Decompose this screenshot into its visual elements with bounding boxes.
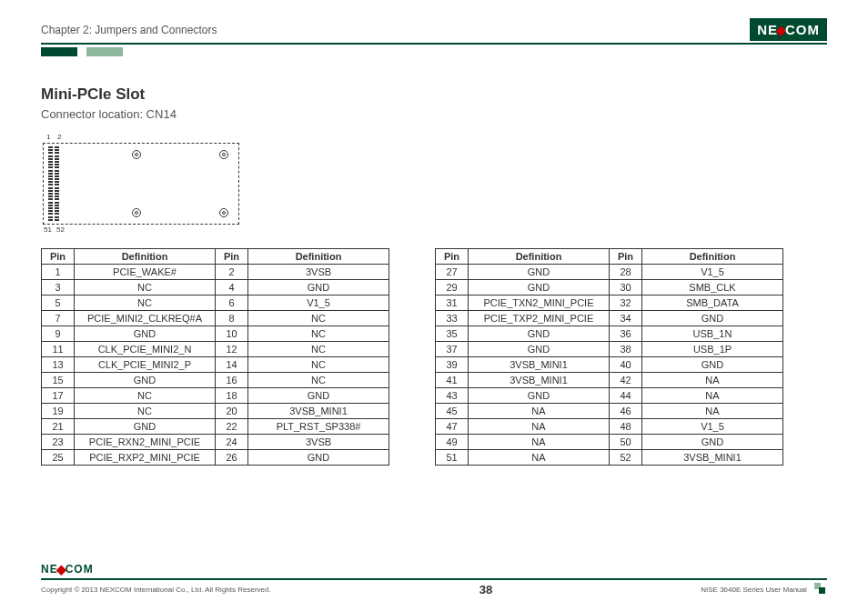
cell-def: NC bbox=[75, 404, 216, 419]
cell-def: USB_1P bbox=[642, 342, 783, 357]
cell-pin: 45 bbox=[436, 404, 469, 419]
cell-def: NA bbox=[642, 388, 783, 404]
logo-text-right: COM bbox=[785, 22, 820, 37]
table-row: 413VSB_MINI142NA bbox=[436, 373, 783, 388]
cell-pin: 13 bbox=[42, 357, 75, 373]
pin-table-right: Pin Definition Pin Definition 27GND28V1_… bbox=[435, 248, 783, 466]
th-pin: Pin bbox=[216, 249, 248, 265]
table-row: 23PCIE_RXN2_MINI_PCIE243VSB bbox=[42, 435, 389, 450]
table-row: 29GND30SMB_CLK bbox=[436, 280, 783, 295]
table-row: 19NC203VSB_MINI1 bbox=[42, 404, 389, 419]
cell-def: SMB_DATA bbox=[642, 295, 783, 311]
cell-pin: 46 bbox=[610, 404, 642, 419]
footer-logo-right: COM bbox=[66, 563, 94, 576]
pin-rows bbox=[48, 146, 61, 221]
table-row: 47NA48V1_5 bbox=[436, 419, 783, 435]
table-row: 51NA523VSB_MINI1 bbox=[436, 450, 783, 466]
cell-def: 3VSB_MINI1 bbox=[469, 357, 610, 373]
cell-pin: 37 bbox=[436, 342, 469, 357]
cell-pin: 28 bbox=[610, 265, 642, 280]
cell-def: NC bbox=[248, 311, 389, 326]
cell-pin: 27 bbox=[436, 265, 469, 280]
cell-def: USB_1N bbox=[642, 326, 783, 342]
th-pin: Pin bbox=[42, 249, 75, 265]
th-def: Definition bbox=[75, 249, 216, 265]
cell-def: PCIE_TXP2_MINI_PCIE bbox=[469, 311, 610, 326]
table-row: 31PCIE_TXN2_MINI_PCIE32SMB_DATA bbox=[436, 295, 783, 311]
cell-pin: 32 bbox=[610, 295, 642, 311]
cell-pin: 31 bbox=[436, 295, 469, 311]
table-row: 1PCIE_WAKE#23VSB bbox=[42, 265, 389, 280]
cell-def: PCIE_TXN2_MINI_PCIE bbox=[469, 295, 610, 311]
table-row: 45NA46NA bbox=[436, 404, 783, 419]
cell-def: V1_5 bbox=[642, 265, 783, 280]
cell-def: GND bbox=[75, 326, 216, 342]
cell-pin: 39 bbox=[436, 357, 469, 373]
cell-def: NC bbox=[248, 357, 389, 373]
cell-def: NC bbox=[248, 373, 389, 388]
cell-def: NC bbox=[75, 388, 216, 404]
header-rule bbox=[41, 43, 827, 45]
page-number: 38 bbox=[479, 583, 492, 596]
logo-text-left: NE bbox=[757, 22, 778, 37]
cell-def: NA bbox=[469, 450, 610, 466]
cell-def: GND bbox=[469, 326, 610, 342]
table-row: 37GND38USB_1P bbox=[436, 342, 783, 357]
th-def: Definition bbox=[469, 249, 610, 265]
table-row: 27GND28V1_5 bbox=[436, 265, 783, 280]
chapter-title: Chapter 2: Jumpers and Connectors bbox=[41, 24, 217, 36]
cell-pin: 43 bbox=[436, 388, 469, 404]
cell-pin: 20 bbox=[216, 404, 248, 419]
cell-pin: 38 bbox=[610, 342, 642, 357]
table-row: 15GND16NC bbox=[42, 373, 389, 388]
cell-def: NC bbox=[248, 326, 389, 342]
cell-def: GND bbox=[248, 280, 389, 295]
cell-pin: 36 bbox=[610, 326, 642, 342]
table-row: 393VSB_MINI140GND bbox=[436, 357, 783, 373]
cell-def: 3VSB bbox=[248, 265, 389, 280]
header-accent bbox=[41, 47, 827, 56]
cell-pin: 1 bbox=[42, 265, 75, 280]
cell-pin: 16 bbox=[216, 373, 248, 388]
cell-def: V1_5 bbox=[248, 295, 389, 311]
cell-pin: 22 bbox=[216, 419, 248, 435]
cell-def: 3VSB_MINI1 bbox=[248, 404, 389, 419]
table-row: 21GND22PLT_RST_SP338# bbox=[42, 419, 389, 435]
cell-def: PCIE_WAKE# bbox=[75, 265, 216, 280]
cell-def: NA bbox=[469, 404, 610, 419]
cell-def: NA bbox=[642, 404, 783, 419]
cell-pin: 35 bbox=[436, 326, 469, 342]
table-row: 33PCIE_TXP2_MINI_PCIE34GND bbox=[436, 311, 783, 326]
cell-pin: 50 bbox=[610, 435, 642, 450]
cell-pin: 18 bbox=[216, 388, 248, 404]
cell-def: GND bbox=[642, 435, 783, 450]
cell-pin: 11 bbox=[42, 342, 75, 357]
cell-pin: 7 bbox=[42, 311, 75, 326]
section-subtitle: Connector location: CN14 bbox=[41, 107, 827, 121]
cell-def: SMB_CLK bbox=[642, 280, 783, 295]
table-row: 43GND44NA bbox=[436, 388, 783, 404]
cell-def: NA bbox=[642, 373, 783, 388]
cell-pin: 3 bbox=[42, 280, 75, 295]
cell-def: GND bbox=[75, 419, 216, 435]
cell-def: GND bbox=[469, 388, 610, 404]
cell-pin: 41 bbox=[436, 373, 469, 388]
cell-def: NA bbox=[469, 435, 610, 450]
cell-def: GND bbox=[469, 280, 610, 295]
cell-def: 3VSB_MINI1 bbox=[642, 450, 783, 466]
mount-hole-icon bbox=[132, 150, 141, 159]
mount-hole-icon bbox=[132, 208, 141, 217]
cell-def: GND bbox=[642, 311, 783, 326]
mount-hole-icon bbox=[219, 208, 228, 217]
cell-def: GND bbox=[469, 342, 610, 357]
cell-pin: 2 bbox=[216, 265, 248, 280]
connector-diagram: 1 2 51 52 bbox=[41, 134, 241, 234]
table-row: 9GND10NC bbox=[42, 326, 389, 342]
cell-pin: 12 bbox=[216, 342, 248, 357]
pin-table-left: Pin Definition Pin Definition 1PCIE_WAKE… bbox=[41, 248, 389, 466]
cell-def: V1_5 bbox=[642, 419, 783, 435]
cell-def: GND bbox=[642, 357, 783, 373]
manual-name: NISE 3640E Series User Manual bbox=[701, 586, 807, 594]
table-row: 11CLK_PCIE_MINI2_N12NC bbox=[42, 342, 389, 357]
section-title: Mini-PCIe Slot bbox=[41, 85, 827, 104]
